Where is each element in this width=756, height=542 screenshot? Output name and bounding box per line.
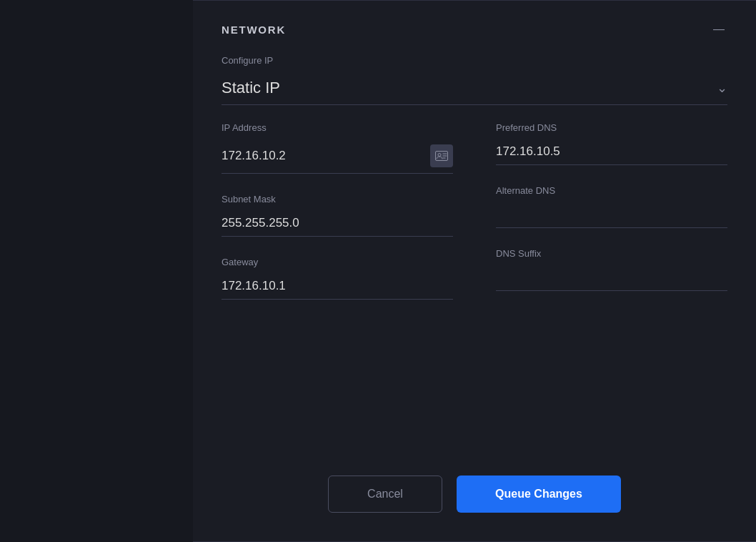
ip-address-label: IP Address <box>222 122 453 133</box>
ip-address-input[interactable] <box>222 149 430 163</box>
dns-suffix-input[interactable] <box>496 270 727 285</box>
alternate-dns-label: Alternate DNS <box>496 185 727 196</box>
subnet-mask-field: Subnet Mask <box>222 194 453 237</box>
configure-ip-value: Static IP <box>222 79 280 97</box>
left-column: IP Address <box>222 122 453 320</box>
collapse-icon[interactable]: — <box>710 21 727 38</box>
contact-card-icon[interactable] <box>430 144 453 167</box>
main-content: NETWORK — Configure IP Static IP ⌄ IP Ad… <box>193 0 756 542</box>
preferred-dns-field: Preferred DNS <box>496 122 727 165</box>
preferred-dns-input-wrapper <box>496 139 727 165</box>
ip-address-field: IP Address <box>222 122 453 174</box>
alternate-dns-input-wrapper <box>496 202 727 228</box>
gateway-input-wrapper <box>222 273 453 300</box>
chevron-down-icon: ⌄ <box>717 80 727 96</box>
network-section: NETWORK — Configure IP Static IP ⌄ IP Ad… <box>193 1 756 341</box>
queue-changes-button[interactable]: Queue Changes <box>457 476 621 513</box>
gateway-input[interactable] <box>222 279 453 293</box>
dns-suffix-input-wrapper <box>496 265 727 291</box>
right-column: Preferred DNS Alternate DNS DNS Suffix <box>496 122 727 320</box>
configure-ip-label: Configure IP <box>222 55 727 66</box>
sidebar <box>0 0 193 542</box>
gateway-label: Gateway <box>222 257 453 267</box>
subnet-mask-input-wrapper <box>222 210 453 237</box>
cancel-button[interactable]: Cancel <box>328 476 442 513</box>
preferred-dns-input[interactable] <box>496 144 727 159</box>
section-header: NETWORK — <box>222 21 727 38</box>
ip-address-input-wrapper <box>222 139 453 174</box>
dns-suffix-label: DNS Suffix <box>496 248 727 259</box>
subnet-mask-input[interactable] <box>222 216 453 230</box>
svg-point-1 <box>438 154 441 157</box>
button-area: Cancel Queue Changes <box>193 461 756 534</box>
configure-ip-wrapper: Configure IP Static IP ⌄ <box>222 55 727 105</box>
configure-ip-dropdown[interactable]: Static IP ⌄ <box>222 72 727 105</box>
alternate-dns-field: Alternate DNS <box>496 185 727 228</box>
section-title: NETWORK <box>222 24 286 36</box>
subnet-mask-label: Subnet Mask <box>222 194 453 205</box>
gateway-field: Gateway <box>222 257 453 300</box>
alternate-dns-input[interactable] <box>496 207 727 222</box>
fields-grid: IP Address <box>222 122 727 320</box>
preferred-dns-label: Preferred DNS <box>496 122 727 133</box>
dns-suffix-field: DNS Suffix <box>496 248 727 291</box>
